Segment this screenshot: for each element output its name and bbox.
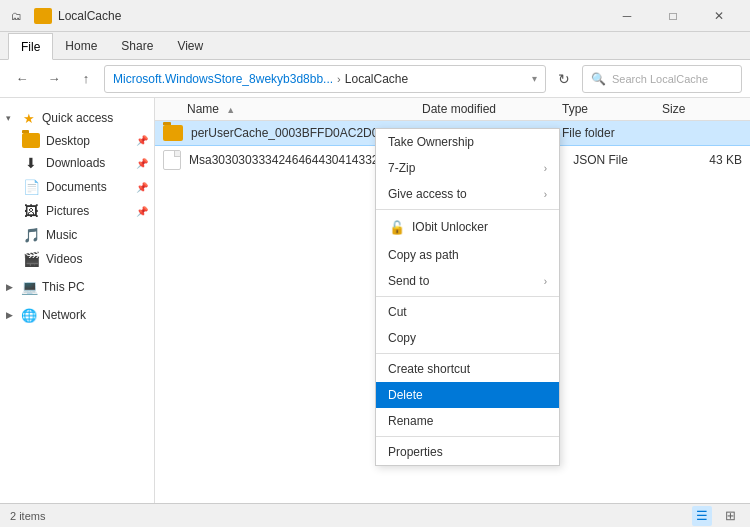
ctx-separator-1	[376, 209, 559, 210]
up-button[interactable]: ↑	[72, 65, 100, 93]
window-controls: ─ □ ✕	[604, 0, 742, 32]
quick-access-section: ▾ ★ Quick access Desktop 📌 ⬇ Downloads 📌…	[0, 106, 154, 271]
documents-pin-icon: 📌	[136, 182, 148, 193]
address-separator: ›	[337, 73, 341, 85]
ctx-give-access-label: Give access to	[388, 187, 544, 201]
tab-file[interactable]: File	[8, 33, 53, 60]
ctx-7zip[interactable]: 7-Zip ›	[376, 155, 559, 181]
window-title: LocalCache	[58, 9, 121, 23]
ctx-iobit-label: IObit Unlocker	[412, 220, 547, 234]
status-bar: 2 items ☰ ⊞	[0, 503, 750, 527]
minimize-button[interactable]: ─	[604, 0, 650, 32]
ctx-iobit[interactable]: 🔓 IObit Unlocker	[376, 212, 559, 242]
file-type-2: JSON File	[573, 153, 667, 167]
file-type: File folder	[562, 126, 662, 140]
ctx-cut[interactable]: Cut	[376, 299, 559, 325]
downloads-icon: ⬇	[22, 154, 40, 172]
ctx-separator-3	[376, 353, 559, 354]
documents-label: Documents	[46, 180, 107, 194]
title-bar: 🗂 LocalCache ─ □ ✕	[0, 0, 750, 32]
item-count: 2 items	[10, 510, 45, 522]
quick-access-header[interactable]: ▾ ★ Quick access	[0, 106, 154, 130]
tab-share[interactable]: Share	[109, 32, 165, 59]
ctx-copy-label: Copy	[388, 331, 547, 345]
pictures-icon: 🖼	[22, 202, 40, 220]
context-menu: Take Ownership 7-Zip › Give access to › …	[375, 128, 560, 466]
ctx-properties[interactable]: Properties	[376, 439, 559, 465]
pictures-pin-icon: 📌	[136, 206, 148, 217]
network-label: Network	[42, 308, 86, 322]
ctx-copy[interactable]: Copy	[376, 325, 559, 351]
ctx-copy-path[interactable]: Copy as path	[376, 242, 559, 268]
ctx-send-to[interactable]: Send to ›	[376, 268, 559, 294]
tab-view[interactable]: View	[165, 32, 215, 59]
column-type[interactable]: Type	[562, 102, 662, 116]
grid-view-button[interactable]: ⊞	[720, 506, 740, 526]
column-date[interactable]: Date modified	[422, 102, 562, 116]
quick-access-star-icon: ★	[20, 109, 38, 127]
quick-access-label: Quick access	[42, 111, 113, 125]
file-size-2: 43 KB	[667, 153, 742, 167]
downloads-label: Downloads	[46, 156, 105, 170]
network-chevron-icon: ▶	[6, 310, 16, 320]
quick-access-chevron-icon: ▾	[6, 113, 16, 123]
this-pc-chevron-icon: ▶	[6, 282, 16, 292]
music-label: Music	[46, 228, 77, 242]
ctx-take-ownership-label: Take Ownership	[388, 135, 547, 149]
network-header[interactable]: ▶ 🌐 Network	[0, 303, 154, 327]
videos-icon: 🎬	[22, 250, 40, 268]
ctx-delete-label: Delete	[388, 388, 547, 402]
videos-label: Videos	[46, 252, 82, 266]
maximize-button[interactable]: □	[650, 0, 696, 32]
ctx-take-ownership[interactable]: Take Ownership	[376, 129, 559, 155]
search-box[interactable]: 🔍 Search LocalCache	[582, 65, 742, 93]
desktop-folder-icon	[22, 133, 40, 148]
app-icon: 🗂	[8, 8, 24, 24]
close-button[interactable]: ✕	[696, 0, 742, 32]
documents-icon: 📄	[22, 178, 40, 196]
file-area: Name ▲ Date modified Type Size perUserCa…	[155, 98, 750, 503]
ctx-7zip-arrow-icon: ›	[544, 163, 547, 174]
address-bar[interactable]: Microsoft.WindowsStore_8wekyb3d8bb... › …	[104, 65, 546, 93]
view-controls: ☰ ⊞	[692, 506, 740, 526]
column-size[interactable]: Size	[662, 102, 742, 116]
title-bar-icons: 🗂	[8, 8, 24, 24]
this-pc-header[interactable]: ▶ 💻 This PC	[0, 275, 154, 299]
list-view-button[interactable]: ☰	[692, 506, 712, 526]
network-section: ▶ 🌐 Network	[0, 303, 154, 327]
document-icon	[163, 150, 181, 170]
address-chevron-icon: ▾	[532, 73, 537, 84]
forward-button[interactable]: →	[40, 65, 68, 93]
back-button[interactable]: ←	[8, 65, 36, 93]
column-name[interactable]: Name ▲	[163, 102, 422, 116]
downloads-pin-icon: 📌	[136, 158, 148, 169]
ctx-7zip-label: 7-Zip	[388, 161, 544, 175]
sidebar-item-music[interactable]: 🎵 Music	[0, 223, 154, 247]
ctx-delete[interactable]: Delete	[376, 382, 559, 408]
ctx-properties-label: Properties	[388, 445, 547, 459]
refresh-button[interactable]: ↻	[550, 65, 578, 93]
ctx-rename-label: Rename	[388, 414, 547, 428]
sidebar-item-desktop[interactable]: Desktop 📌	[0, 130, 154, 151]
this-pc-icon: 💻	[20, 278, 38, 296]
this-pc-section: ▶ 💻 This PC	[0, 275, 154, 299]
ctx-create-shortcut[interactable]: Create shortcut	[376, 356, 559, 382]
sidebar-item-documents[interactable]: 📄 Documents 📌	[0, 175, 154, 199]
desktop-label: Desktop	[46, 134, 90, 148]
this-pc-label: This PC	[42, 280, 85, 294]
file-list-header: Name ▲ Date modified Type Size	[155, 98, 750, 121]
address-part-2: LocalCache	[345, 72, 408, 86]
navigation-bar: ← → ↑ Microsoft.WindowsStore_8wekyb3d8bb…	[0, 60, 750, 98]
file-name: perUserCache_0003BFFD0AC2D0F4	[191, 126, 392, 140]
ctx-rename[interactable]: Rename	[376, 408, 559, 434]
main-area: ▾ ★ Quick access Desktop 📌 ⬇ Downloads 📌…	[0, 98, 750, 503]
title-folder-icon	[34, 8, 52, 24]
tab-home[interactable]: Home	[53, 32, 109, 59]
sidebar-item-downloads[interactable]: ⬇ Downloads 📌	[0, 151, 154, 175]
sidebar-item-videos[interactable]: 🎬 Videos	[0, 247, 154, 271]
sidebar-item-pictures[interactable]: 🖼 Pictures 📌	[0, 199, 154, 223]
ctx-give-access[interactable]: Give access to ›	[376, 181, 559, 207]
ctx-copy-path-label: Copy as path	[388, 248, 547, 262]
sidebar: ▾ ★ Quick access Desktop 📌 ⬇ Downloads 📌…	[0, 98, 155, 503]
pictures-label: Pictures	[46, 204, 89, 218]
